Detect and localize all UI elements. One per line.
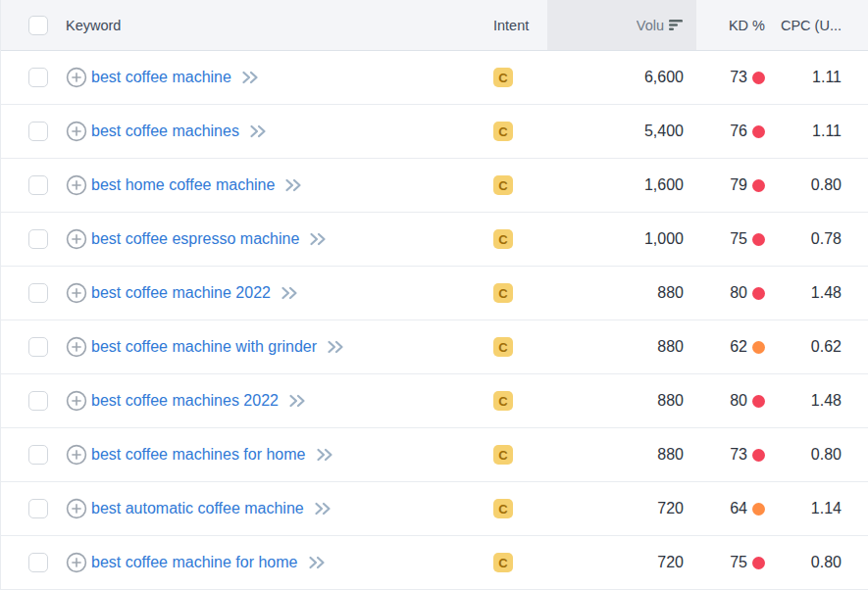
row-checkbox[interactable] xyxy=(28,553,48,572)
kd-value: 76 xyxy=(730,123,747,140)
table-row: best coffee espresso machine C 1,000 75 … xyxy=(1,213,868,267)
volume-value: 1,000 xyxy=(547,230,696,248)
add-keyword-icon[interactable] xyxy=(66,174,87,196)
expand-chevrons-icon[interactable] xyxy=(241,71,259,84)
volume-value: 720 xyxy=(547,554,696,571)
add-keyword-icon[interactable] xyxy=(66,336,87,358)
volume-column-header[interactable]: Volu xyxy=(637,18,664,33)
intent-badge[interactable]: C xyxy=(493,337,513,357)
select-all-checkbox[interactable] xyxy=(28,16,48,35)
row-checkbox[interactable] xyxy=(28,175,48,195)
intent-badge[interactable]: C xyxy=(493,445,513,465)
cpc-value: 1.48 xyxy=(775,392,868,410)
add-keyword-icon[interactable] xyxy=(66,444,87,466)
row-checkbox[interactable] xyxy=(28,283,48,303)
table-body: best coffee machine C 6,600 73 1.11 xyxy=(1,51,868,590)
volume-value: 1,600 xyxy=(547,176,696,194)
expand-chevrons-icon[interactable] xyxy=(308,556,326,569)
cpc-value: 0.80 xyxy=(775,446,868,464)
intent-badge[interactable]: C xyxy=(493,283,513,303)
kd-column-header[interactable]: KD % xyxy=(729,18,765,33)
add-keyword-icon[interactable] xyxy=(66,498,87,519)
row-checkbox[interactable] xyxy=(28,229,48,249)
keyword-link[interactable]: best coffee machines 2022 xyxy=(91,392,279,410)
kd-value: 80 xyxy=(730,392,747,410)
table-row: best coffee machine with grinder C 880 6… xyxy=(1,320,868,374)
kd-difficulty-dot xyxy=(752,557,765,569)
row-checkbox[interactable] xyxy=(28,337,48,357)
table-row: best coffee machines 2022 C 880 80 1.48 xyxy=(1,374,868,428)
kd-difficulty-dot xyxy=(752,395,765,408)
keyword-link[interactable]: best automatic coffee machine xyxy=(91,500,304,517)
kd-value: 64 xyxy=(730,500,747,517)
keyword-link[interactable]: best coffee espresso machine xyxy=(91,230,299,248)
row-checkbox[interactable] xyxy=(28,391,48,411)
add-keyword-icon[interactable] xyxy=(66,121,87,142)
table-row: best coffee machines for home C 880 73 0… xyxy=(1,428,868,482)
kd-value: 75 xyxy=(730,230,747,248)
intent-badge[interactable]: C xyxy=(493,553,513,572)
header-cpc-cell: CPC (U... xyxy=(775,18,868,33)
sort-desc-icon[interactable] xyxy=(669,19,684,31)
intent-badge[interactable]: C xyxy=(493,68,513,87)
intent-badge[interactable]: C xyxy=(493,499,513,518)
kd-difficulty-dot xyxy=(752,341,765,354)
kd-difficulty-dot xyxy=(752,72,765,84)
keyword-link[interactable]: best coffee machine 2022 xyxy=(91,284,271,302)
header-intent-cell: Intent xyxy=(481,18,547,33)
intent-badge[interactable]: C xyxy=(493,175,513,195)
kd-value: 80 xyxy=(730,284,747,302)
expand-chevrons-icon[interactable] xyxy=(316,448,333,462)
table-row: best coffee machines C 5,400 76 1.11 xyxy=(1,105,868,159)
expand-chevrons-icon[interactable] xyxy=(284,178,302,192)
add-keyword-icon[interactable] xyxy=(66,228,87,250)
keyword-link[interactable]: best home coffee machine xyxy=(91,176,275,194)
intent-badge[interactable]: C xyxy=(493,122,513,141)
keyword-table: Keyword Intent Volu KD % CPC (U... xyxy=(0,0,868,590)
add-keyword-icon[interactable] xyxy=(66,67,87,88)
cpc-value: 0.80 xyxy=(775,176,868,194)
expand-chevrons-icon[interactable] xyxy=(281,286,298,300)
volume-value: 5,400 xyxy=(547,123,696,140)
add-keyword-icon[interactable] xyxy=(66,552,87,573)
expand-chevrons-icon[interactable] xyxy=(249,124,267,138)
cpc-value: 1.11 xyxy=(775,123,868,140)
intent-column-header[interactable]: Intent xyxy=(493,18,529,33)
kd-value: 75 xyxy=(730,554,747,571)
keyword-column-header[interactable]: Keyword xyxy=(66,18,121,33)
header-keyword-cell: Keyword xyxy=(66,18,481,33)
table-row: best coffee machine 2022 C 880 80 1.48 xyxy=(1,267,868,320)
volume-value: 880 xyxy=(547,284,696,302)
intent-badge[interactable]: C xyxy=(493,229,513,249)
cpc-value: 0.80 xyxy=(775,554,868,571)
intent-badge[interactable]: C xyxy=(493,391,513,411)
kd-difficulty-dot xyxy=(752,125,765,138)
header-check-cell xyxy=(1,16,66,35)
expand-chevrons-icon[interactable] xyxy=(288,394,306,408)
table-row: best home coffee machine C 1,600 79 0.80 xyxy=(1,159,868,213)
volume-value: 880 xyxy=(547,338,696,356)
keyword-link[interactable]: best coffee machine xyxy=(91,69,231,86)
add-keyword-icon[interactable] xyxy=(66,282,87,304)
cpc-value: 1.14 xyxy=(775,500,868,517)
row-checkbox[interactable] xyxy=(28,122,48,141)
expand-chevrons-icon[interactable] xyxy=(327,340,344,354)
expand-chevrons-icon[interactable] xyxy=(309,232,327,246)
keyword-link[interactable]: best coffee machine with grinder xyxy=(91,338,317,356)
kd-value: 79 xyxy=(730,176,747,194)
kd-difficulty-dot xyxy=(752,503,765,516)
keyword-link[interactable]: best coffee machine for home xyxy=(91,554,298,571)
header-volume-cell-sorted[interactable]: Volu xyxy=(547,0,696,50)
row-checkbox[interactable] xyxy=(28,499,48,518)
add-keyword-icon[interactable] xyxy=(66,390,87,412)
keyword-link[interactable]: best coffee machines xyxy=(91,123,239,140)
volume-value: 880 xyxy=(547,392,696,410)
cpc-column-header[interactable]: CPC (U... xyxy=(781,18,842,33)
row-checkbox[interactable] xyxy=(28,445,48,465)
kd-difficulty-dot xyxy=(752,449,765,462)
row-checkbox[interactable] xyxy=(28,68,48,87)
keyword-link[interactable]: best coffee machines for home xyxy=(91,446,306,464)
expand-chevrons-icon[interactable] xyxy=(314,502,332,516)
table-header: Keyword Intent Volu KD % CPC (U... xyxy=(1,0,868,51)
cpc-value: 1.48 xyxy=(775,284,868,302)
